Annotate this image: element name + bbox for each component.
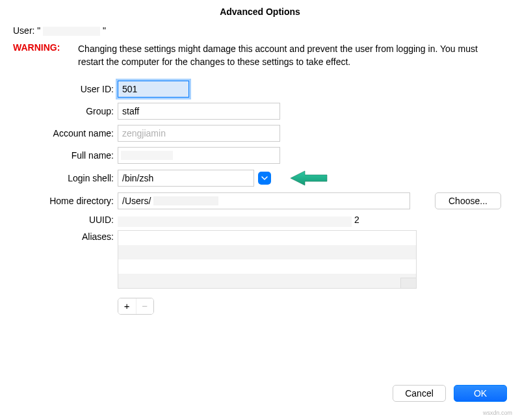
uuid-value: 2 — [118, 215, 507, 225]
aliases-list[interactable] — [118, 230, 417, 289]
cancel-button[interactable]: Cancel — [393, 385, 446, 402]
label-account-name: Account name: — [13, 128, 114, 138]
choose-button[interactable]: Choose... — [435, 192, 501, 209]
label-uuid: UUID: — [13, 215, 114, 225]
label-group: Group: — [13, 106, 114, 116]
label-full-name: Full name: — [13, 150, 114, 161]
add-remove-control: + − — [118, 298, 154, 315]
list-item[interactable] — [118, 259, 416, 274]
home-directory-field[interactable] — [118, 192, 410, 209]
list-item[interactable] — [118, 245, 416, 259]
label-user-id: User ID: — [13, 84, 114, 94]
ok-button[interactable]: OK — [454, 385, 507, 402]
login-shell-dropdown-button[interactable] — [258, 172, 271, 185]
svg-marker-0 — [291, 171, 327, 185]
arrow-annotation — [289, 169, 328, 187]
list-item[interactable] — [118, 274, 416, 288]
warning-text: Changing these settings might damage thi… — [78, 42, 507, 69]
account-name-field — [118, 125, 280, 142]
user-id-field[interactable] — [118, 81, 189, 98]
list-item[interactable] — [118, 231, 416, 245]
page-title: Advanced Options — [13, 7, 507, 17]
full-name-field[interactable] — [118, 147, 280, 164]
watermark: wsxdn.com — [483, 410, 512, 416]
label-aliases: Aliases: — [13, 230, 114, 289]
resize-handle-icon — [400, 278, 416, 288]
user-label: User: — [13, 25, 34, 36]
login-shell-field[interactable] — [118, 170, 254, 187]
chevron-down-icon — [261, 176, 268, 181]
label-home-dir: Home directory: — [13, 196, 114, 206]
remove-alias-button: − — [136, 298, 154, 314]
group-field[interactable] — [118, 103, 280, 120]
warning-label: WARNING: — [13, 42, 78, 69]
label-login-shell: Login shell: — [13, 173, 114, 183]
user-line: User: " " — [13, 25, 507, 36]
user-value: " " — [37, 25, 106, 36]
add-alias-button[interactable]: + — [118, 298, 136, 314]
